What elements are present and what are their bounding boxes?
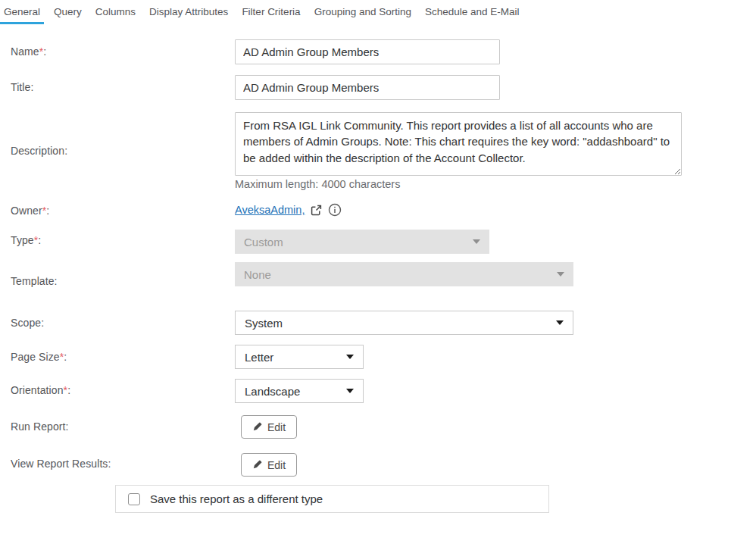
tab-query[interactable]: Query	[54, 6, 82, 24]
tab-filter-criteria-label: Filter Criteria	[242, 6, 300, 17]
report-general-form: General Query Columns Display Attributes…	[0, 0, 756, 547]
save-as-different-type-checkbox[interactable]	[128, 493, 140, 505]
save-as-different-type-label: Save this report as a different type	[150, 492, 323, 505]
orientation-select[interactable]: Landscape	[235, 379, 364, 403]
tab-schedule-email[interactable]: Schedule and E-Mail	[425, 6, 520, 24]
pencil-icon	[252, 460, 262, 470]
page-size-select[interactable]: Letter	[235, 345, 364, 369]
page-size-label: Page Size*:	[11, 351, 67, 363]
page-size-select-value: Letter	[245, 351, 273, 364]
external-link-icon[interactable]	[311, 205, 322, 216]
title-label: Title:	[11, 81, 33, 93]
tab-columns[interactable]: Columns	[95, 6, 136, 24]
template-select: None	[235, 262, 573, 286]
view-report-results-edit-label: Edit	[267, 459, 286, 471]
tab-general-label: General	[4, 6, 40, 17]
view-report-results-edit-button[interactable]: Edit	[241, 453, 297, 477]
type-label: Type*:	[11, 234, 41, 246]
tab-display-attributes-label: Display Attributes	[149, 6, 228, 17]
name-input[interactable]	[235, 39, 500, 64]
tab-schedule-email-label: Schedule and E-Mail	[425, 6, 520, 17]
tab-bar: General Query Columns Display Attributes…	[0, 0, 756, 26]
caret-down-icon	[346, 355, 354, 359]
owner-label: Owner*:	[11, 205, 49, 217]
info-icon[interactable]	[328, 203, 342, 217]
tab-columns-label: Columns	[95, 6, 136, 17]
run-report-edit-label: Edit	[267, 421, 286, 433]
title-input[interactable]	[235, 75, 500, 100]
scope-select-value: System	[245, 317, 283, 330]
type-select-value: Custom	[244, 236, 283, 248]
template-select-value: None	[244, 268, 271, 281]
tab-query-label: Query	[54, 6, 82, 17]
save-as-different-type-box: Save this report as a different type	[115, 485, 549, 513]
description-textarea[interactable]: From RSA IGL Link Community. This report…	[235, 112, 682, 176]
orientation-label: Orientation*:	[11, 384, 70, 396]
scope-select[interactable]: System	[235, 311, 573, 335]
owner-value-row: AveksaAdmin,	[235, 203, 342, 217]
name-label: Name*:	[11, 45, 46, 58]
caret-down-icon	[346, 389, 354, 393]
view-report-results-label: View Report Results:	[11, 458, 111, 470]
run-report-label: Run Report:	[11, 420, 69, 433]
owner-link[interactable]: AveksaAdmin,	[235, 204, 305, 216]
run-report-edit-button[interactable]: Edit	[241, 415, 297, 439]
tab-display-attributes[interactable]: Display Attributes	[149, 6, 228, 24]
description-label: Description:	[11, 145, 67, 157]
type-select: Custom	[235, 230, 489, 254]
tab-grouping-sorting-label: Grouping and Sorting	[314, 6, 411, 17]
tab-filter-criteria[interactable]: Filter Criteria	[242, 6, 300, 24]
caret-down-icon	[557, 272, 564, 277]
orientation-select-value: Landscape	[245, 385, 300, 398]
template-label: Template:	[11, 275, 58, 287]
scope-label: Scope:	[11, 317, 44, 329]
caret-down-icon	[473, 239, 480, 244]
description-helper-text: Maximum length: 4000 characters	[235, 178, 400, 190]
caret-down-icon	[556, 320, 564, 325]
pencil-icon	[252, 422, 262, 432]
tab-grouping-sorting[interactable]: Grouping and Sorting	[314, 6, 411, 24]
tab-general[interactable]: General	[4, 6, 40, 24]
